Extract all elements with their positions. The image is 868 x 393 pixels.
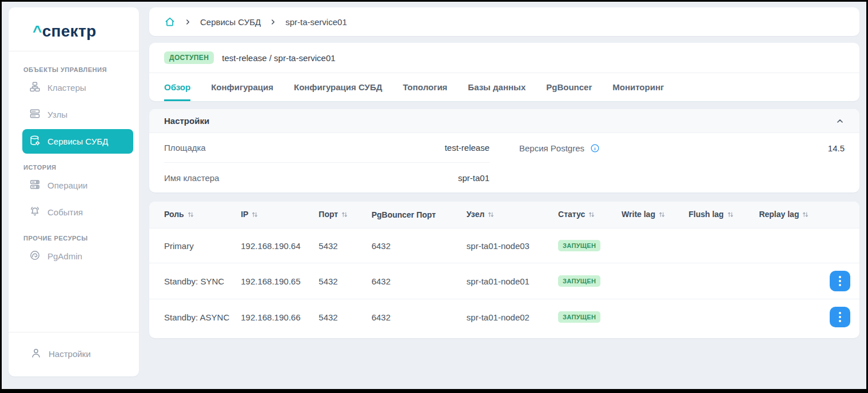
sidebar-item-label: События — [47, 207, 83, 217]
table-row-primary: Primary 192.168.190.64 5432 6432 spr-ta0… — [149, 228, 859, 263]
flush-lag-cell — [683, 299, 753, 335]
status-badge: ЗАПУЩЕН — [558, 275, 600, 287]
status-cell: ЗАПУЩЕН — [552, 263, 616, 299]
replay-lag-cell — [753, 228, 824, 263]
write-lag-cell — [616, 263, 683, 299]
role-cell: Primary — [149, 228, 235, 263]
sidebar-footer: Настройки — [9, 332, 139, 376]
breadcrumb-item-services[interactable]: Сервисы СУБД — [200, 17, 261, 27]
chevron-up-icon[interactable] — [835, 117, 845, 126]
port-cell: 5432 — [313, 299, 365, 335]
sidebar-item-label: Операции — [47, 181, 87, 190]
status-badge: ЗАПУЩЕН — [558, 311, 600, 323]
flush-lag-cell — [683, 263, 753, 299]
sort-icon — [341, 211, 348, 220]
row-actions-button[interactable] — [830, 307, 850, 327]
sidebar-item-nodes[interactable]: Узлы — [22, 102, 133, 127]
replay-lag-cell — [753, 299, 824, 335]
column-header-role[interactable]: Роль — [149, 202, 235, 228]
breadcrumb: Сервисы СУБД spr-ta-service01 — [149, 7, 859, 36]
kebab-icon — [839, 276, 841, 286]
column-header-flush-lag[interactable]: Flush lag — [683, 202, 753, 228]
actions-cell — [824, 299, 859, 335]
elephant-icon — [29, 250, 41, 263]
service-title: test-release / spr-ta-service01 — [222, 53, 335, 63]
tab-overview[interactable]: Обзор — [164, 73, 190, 101]
sidebar-item-dbms-services[interactable]: Сервисы СУБД — [22, 129, 133, 154]
app-logo[interactable]: ^спектр — [9, 7, 139, 51]
column-label: Порт — [318, 210, 338, 219]
tab-pgbouncer[interactable]: PgBouncer — [546, 73, 592, 101]
home-icon[interactable] — [164, 16, 176, 27]
column-header-ip[interactable]: IP — [235, 202, 313, 228]
chevron-right-icon — [184, 18, 192, 26]
settings-panel: Настройки Площадка test-release Версия P… — [149, 109, 859, 193]
sidebar-item-operations[interactable]: Операции — [22, 173, 133, 198]
port-cell: 5432 — [313, 228, 365, 263]
pgbouncer-port-cell: 6432 — [366, 299, 461, 335]
info-icon[interactable] — [590, 143, 600, 153]
column-label: Flush lag — [688, 210, 723, 219]
sidebar-item-pgadmin[interactable]: PgAdmin — [22, 244, 133, 268]
service-header: ДОСТУПЕН test-release / spr-ta-service01 — [149, 43, 859, 73]
column-header-replay-lag[interactable]: Replay lag — [753, 202, 824, 228]
column-label: Write lag — [622, 210, 655, 219]
cluster-icon — [29, 81, 41, 94]
breadcrumb-item-current: spr-ta-service01 — [285, 17, 347, 27]
column-header-status[interactable]: Статус — [552, 202, 616, 228]
tab-databases[interactable]: Базы данных — [468, 73, 525, 101]
tab-topology[interactable]: Топология — [403, 73, 447, 101]
sidebar-item-settings[interactable]: Настройки — [23, 342, 133, 366]
setting-row-empty — [519, 163, 845, 193]
database-gear-icon — [29, 135, 41, 148]
column-header-actions — [824, 202, 859, 228]
column-label: Узел — [467, 210, 484, 219]
logo-text: спектр — [42, 22, 97, 40]
sort-icon — [658, 211, 666, 220]
setting-row-site: Площадка test-release — [164, 133, 489, 163]
tab-configuration[interactable]: Конфигурация — [211, 73, 273, 101]
column-header-port[interactable]: Порт — [313, 202, 365, 228]
sidebar-nav: ОБЪЕКТЫ УПРАВЛЕНИЯ Кластеры — [9, 51, 139, 332]
nodes-icon — [29, 108, 41, 121]
sidebar-footer-label: Настройки — [49, 349, 91, 359]
setting-label: Имя кластера — [164, 173, 219, 183]
sort-icon — [588, 211, 595, 220]
role-cell: Standby: ASYNC — [149, 299, 235, 335]
tab-dbms-configuration[interactable]: Конфигурация СУБД — [294, 73, 382, 101]
tab-monitoring[interactable]: Мониторинг — [612, 73, 664, 101]
setting-value: spr-ta01 — [458, 173, 489, 183]
sidebar-item-label: PgAdmin — [47, 251, 82, 261]
ip-cell: 192.168.190.66 — [235, 299, 313, 335]
pgbouncer-port-cell: 6432 — [366, 263, 461, 299]
setting-label-text: Версия Postgres — [519, 143, 584, 153]
table-row-standby-sync: Standby: SYNC 192.168.190.65 5432 6432 s… — [149, 263, 859, 299]
actions-cell — [824, 228, 859, 263]
column-label: IP — [241, 210, 248, 219]
status-cell: ЗАПУЩЕН — [552, 228, 616, 263]
column-label: Replay lag — [759, 210, 799, 219]
setting-value: test-release — [445, 143, 489, 153]
node-cell: spr-ta01-node02 — [461, 299, 552, 335]
nav-section-management-objects: ОБЪЕКТЫ УПРАВЛЕНИЯ — [23, 66, 131, 73]
sidebar-item-label: Узлы — [47, 110, 67, 119]
column-header-write-lag[interactable]: Write lag — [616, 202, 683, 228]
sidebar-item-clusters[interactable]: Кластеры — [22, 75, 133, 100]
table-row-standby-async: Standby: ASYNC 192.168.190.66 5432 6432 … — [149, 299, 859, 335]
sidebar-item-events[interactable]: События — [22, 200, 133, 224]
main-content: Сервисы СУБД spr-ta-service01 ДОСТУПЕН t… — [149, 7, 859, 383]
user-icon — [30, 347, 42, 360]
sort-icon — [802, 211, 809, 220]
availability-badge: ДОСТУПЕН — [164, 51, 214, 64]
status-badge: ЗАПУЩЕН — [558, 240, 600, 251]
sort-icon — [187, 211, 194, 220]
nodes-table-panel: Роль IP Порт PgBouncer Порт Узел Статус … — [149, 202, 859, 338]
kebab-icon — [839, 312, 841, 322]
column-label: Роль — [164, 210, 184, 219]
setting-row-postgres-version: Версия Postgres 14.5 — [519, 133, 845, 163]
column-header-node[interactable]: Узел — [461, 202, 552, 228]
sort-icon — [727, 211, 734, 220]
setting-label: Площадка — [164, 143, 206, 153]
sidebar-item-label: Кластеры — [47, 83, 86, 93]
row-actions-button[interactable] — [830, 271, 850, 291]
